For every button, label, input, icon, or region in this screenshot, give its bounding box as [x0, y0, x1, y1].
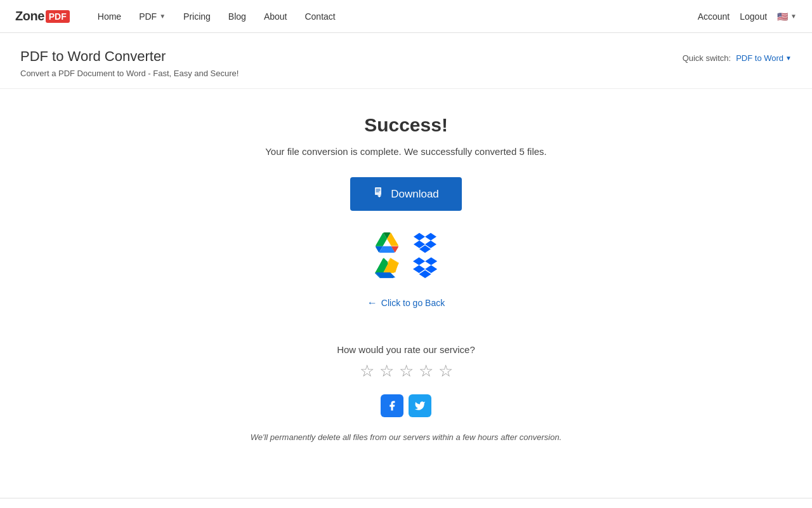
social-icons — [165, 394, 647, 417]
language-arrow: ▼ — [790, 13, 797, 20]
download-label: Download — [391, 188, 439, 201]
svg-rect-0 — [375, 187, 381, 195]
nav-account[interactable]: Account — [698, 11, 730, 22]
nav-right: Account Logout 🇺🇸 ▼ — [698, 11, 797, 22]
pdf-dropdown-arrow: ▼ — [159, 13, 166, 20]
star-3[interactable]: ☆ — [399, 363, 414, 379]
quick-switch: Quick switch: PDF to Word ▼ — [683, 53, 792, 63]
nav-contact[interactable]: Contact — [297, 8, 343, 25]
privacy-note: We'll permanently delete all files from … — [165, 432, 647, 442]
nav-links: Home PDF ▼ Pricing Blog About Contact — [90, 8, 698, 25]
success-message: Your file conversion is complete. We suc… — [165, 146, 647, 157]
rating-section: How would you rate our service? ☆ ☆ ☆ ☆ … — [165, 344, 647, 379]
success-title: Success! — [165, 114, 647, 136]
nav-about[interactable]: About — [256, 8, 295, 25]
back-link[interactable]: ← Click to go Back — [367, 297, 445, 309]
features-divider — [0, 498, 812, 498]
download-section: Download — [165, 177, 647, 229]
nav-pricing[interactable]: Pricing — [176, 8, 218, 25]
svg-marker-2 — [425, 233, 436, 241]
facebook-share-button[interactable] — [381, 394, 403, 417]
main-content: Success! Your file conversion is complet… — [152, 89, 660, 498]
dropbox-button[interactable] — [411, 229, 439, 257]
page-subtitle: Convert a PDF Document to Word - Fast, E… — [20, 69, 239, 78]
rating-question: How would you rate our service? — [165, 344, 647, 355]
logo[interactable]: Zone PDF — [15, 9, 70, 23]
star-1[interactable]: ☆ — [360, 363, 374, 379]
logo-zone: Zone — [15, 9, 44, 23]
navbar: Zone PDF Home PDF ▼ Pricing Blog About C… — [0, 0, 812, 33]
dropbox-btn-2[interactable] — [411, 254, 439, 282]
download-button[interactable]: Download — [350, 177, 462, 211]
flag-icon: 🇺🇸 — [777, 11, 788, 22]
download-icon — [373, 186, 386, 202]
back-arrow-icon: ← — [367, 297, 377, 309]
back-link-label: Click to go Back — [381, 298, 445, 308]
language-selector[interactable]: 🇺🇸 ▼ — [777, 11, 797, 22]
nav-pdf[interactable]: PDF ▼ — [131, 8, 173, 25]
google-drive-button[interactable] — [373, 229, 401, 257]
star-rating: ☆ ☆ ☆ ☆ ☆ — [165, 363, 647, 379]
page-header-left: PDF to Word Converter Convert a PDF Docu… — [20, 48, 239, 78]
page-header: PDF to Word Converter Convert a PDF Docu… — [0, 33, 812, 89]
logo-pdf: PDF — [46, 10, 70, 23]
star-4[interactable]: ☆ — [419, 363, 433, 379]
nav-home[interactable]: Home — [90, 8, 129, 25]
nav-logout[interactable]: Logout — [740, 11, 767, 22]
cloud-icons-2 — [165, 254, 647, 282]
quick-switch-link[interactable]: PDF to Word ▼ — [736, 53, 792, 63]
svg-marker-1 — [414, 233, 425, 241]
star-5[interactable]: ☆ — [438, 363, 453, 379]
quick-switch-label: Quick switch: — [683, 53, 731, 63]
star-2[interactable]: ☆ — [379, 363, 394, 379]
quick-switch-arrow: ▼ — [785, 55, 792, 62]
page-title: PDF to Word Converter — [20, 48, 239, 65]
google-drive-btn-2[interactable] — [373, 254, 401, 282]
cloud-icons — [165, 229, 647, 257]
nav-blog[interactable]: Blog — [221, 8, 254, 25]
twitter-share-button[interactable] — [409, 394, 431, 417]
